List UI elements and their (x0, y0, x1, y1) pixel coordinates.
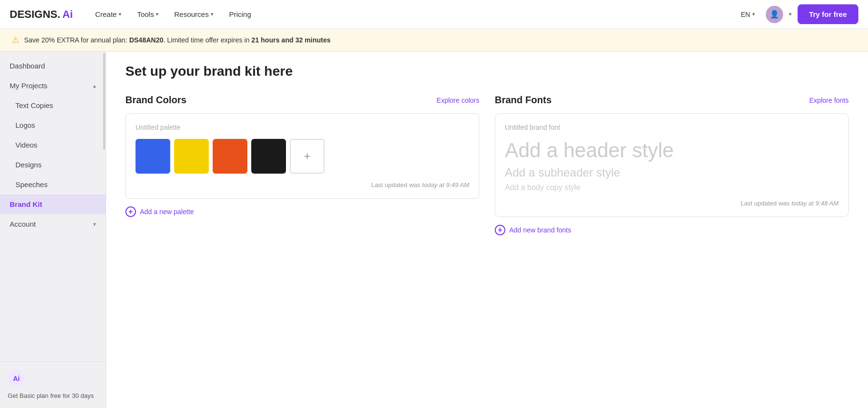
chevron-up-icon: ▴ (93, 82, 96, 89)
nav-pricing[interactable]: Pricing (222, 6, 258, 22)
add-brand-fonts-button[interactable]: + Add new brand fonts (495, 225, 849, 235)
promo-banner: ⚠ Save 20% EXTRA for annual plan: DS48AN… (0, 29, 868, 52)
chevron-down-icon: ▾ (752, 11, 755, 17)
sidebar-item-speeches[interactable]: Speeches (0, 175, 106, 194)
font-header-placeholder[interactable]: Add a header style (505, 139, 839, 162)
add-circle-icon: + (125, 206, 136, 217)
color-swatch-yellow[interactable] (174, 139, 209, 174)
fonts-timestamp: Last updated was today at 9:48 AM (505, 200, 839, 207)
page-title: Set up your brand kit here (125, 64, 849, 79)
color-swatch-blue[interactable] (136, 139, 170, 174)
colors-timestamp: Last updated was today at 9:49 AM (136, 181, 469, 189)
sidebar-item-account[interactable]: Account ▾ (0, 214, 106, 234)
nav-create[interactable]: Create ▾ (88, 6, 128, 22)
brand-fonts-title: Brand Fonts (495, 95, 552, 106)
main-content: Set up your brand kit here Brand Colors … (106, 48, 868, 408)
sidebar-nav: Dashboard My Projects ▴ Text Copies Logo… (0, 48, 106, 361)
nav-right: EN ▾ 👤 ▾ Try for free (736, 4, 858, 24)
nav-items: Create ▾ Tools ▾ Resources ▾ Pricing (88, 6, 736, 22)
sidebar-item-designs[interactable]: Designs (0, 155, 106, 175)
sidebar-promo-logo: Ai (8, 369, 98, 387)
sidebar-bottom: Ai Get Basic plan free for 30 days (0, 361, 106, 408)
chevron-down-icon: ▾ (119, 11, 122, 17)
logo-ai: Ai (62, 8, 73, 21)
add-palette-button[interactable]: + Add a new palette (125, 206, 479, 217)
brand-fonts-card: Untitled brand font Add a header style A… (495, 113, 849, 217)
top-navigation: DESIGNS.Ai Create ▾ Tools ▾ Resources ▾ … (0, 0, 868, 29)
sidebar-item-videos[interactable]: Videos (0, 135, 106, 155)
chevron-down-icon: ▾ (156, 11, 159, 17)
palette-name: Untitled palette (136, 123, 469, 131)
brand-colors-header: Brand Colors Explore colors (125, 95, 479, 106)
color-swatch-orange[interactable] (213, 139, 247, 174)
sidebar-item-my-projects[interactable]: My Projects ▴ (0, 76, 106, 95)
color-swatches: + (136, 139, 469, 174)
brand-colors-title: Brand Colors (125, 95, 187, 106)
svg-text:Ai: Ai (13, 374, 20, 382)
warning-icon: ⚠ (12, 35, 19, 45)
brand-fonts-header: Brand Fonts Explore fonts (495, 95, 849, 106)
sidebar-scrollbar[interactable] (103, 53, 105, 150)
sidebar-item-text-copies[interactable]: Text Copies (0, 95, 106, 115)
logo-text: DESIGNS. (10, 8, 60, 21)
brand-sections: Brand Colors Explore colors Untitled pal… (125, 95, 849, 235)
color-swatch-black[interactable] (251, 139, 286, 174)
sidebar-item-dashboard[interactable]: Dashboard (0, 56, 106, 76)
sidebar-item-logos[interactable]: Logos (0, 115, 106, 135)
chevron-down-icon: ▾ (211, 11, 214, 17)
explore-colors-link[interactable]: Explore colors (436, 96, 479, 104)
font-name: Untitled brand font (505, 123, 839, 131)
add-circle-icon: + (495, 225, 505, 235)
brand-colors-section: Brand Colors Explore colors Untitled pal… (125, 95, 479, 235)
sidebar-promo-text: Get Basic plan free for 30 days (8, 392, 98, 400)
explore-fonts-link[interactable]: Explore fonts (809, 96, 849, 104)
chevron-down-icon: ▾ (93, 221, 96, 228)
brand-colors-card: Untitled palette + Last updated was toda… (125, 113, 479, 199)
try-for-free-button[interactable]: Try for free (798, 4, 858, 24)
brand-fonts-section: Brand Fonts Explore fonts Untitled brand… (495, 95, 849, 235)
avatar[interactable]: 👤 (766, 6, 783, 23)
banner-text: Save 20% EXTRA for annual plan: DS48AN20… (24, 36, 331, 44)
main-layout: Dashboard My Projects ▴ Text Copies Logo… (0, 48, 868, 408)
logo[interactable]: DESIGNS.Ai (10, 8, 73, 21)
chevron-down-icon[interactable]: ▾ (789, 11, 792, 17)
language-selector[interactable]: EN ▾ (736, 8, 760, 21)
add-color-button[interactable]: + (290, 139, 325, 174)
sidebar: Dashboard My Projects ▴ Text Copies Logo… (0, 48, 106, 408)
sidebar-item-brand-kit[interactable]: Brand Kit (0, 194, 106, 214)
nav-resources[interactable]: Resources ▾ (167, 6, 220, 22)
font-subheader-placeholder[interactable]: Add a subheader style (505, 166, 839, 179)
nav-tools[interactable]: Tools ▾ (130, 6, 165, 22)
font-body-placeholder[interactable]: Add a body copy style (505, 183, 839, 192)
ai-logo-icon: Ai (8, 369, 25, 387)
